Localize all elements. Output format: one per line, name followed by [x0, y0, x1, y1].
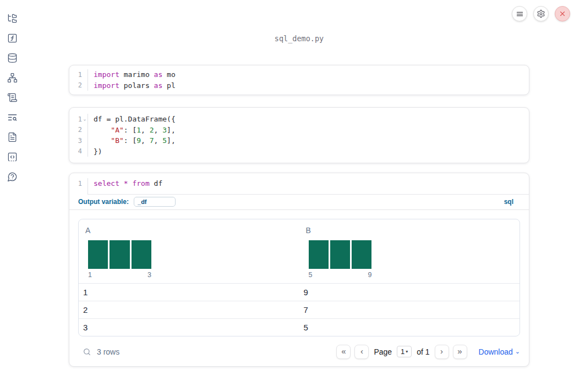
prev-page-button[interactable]: ‹ — [354, 345, 369, 359]
snippets-icon[interactable] — [6, 151, 19, 163]
hist-min-label: 5 — [309, 271, 313, 279]
last-page-icon: » — [457, 346, 462, 356]
search-icon[interactable] — [83, 347, 91, 356]
page-label: Page — [374, 347, 392, 356]
last-page-button[interactable]: » — [453, 345, 467, 359]
table-row[interactable]: 3 5 — [79, 318, 520, 336]
prev-page-icon: ‹ — [360, 346, 363, 356]
code-line: import marimo as mo — [94, 69, 529, 80]
line-number: 2 — [78, 126, 82, 134]
hist-max-label: 9 — [368, 271, 372, 279]
hist-min-label: 1 — [88, 271, 92, 279]
code-line: }) — [94, 146, 529, 157]
table-footer: 3 rows « ‹ Page 1 ▾ of 1 › » Download ⌄ — [78, 342, 520, 362]
output-variable-input[interactable] — [134, 197, 176, 207]
table-cell: 9 — [299, 284, 520, 301]
dependency-graph-icon[interactable] — [6, 71, 19, 84]
table-cell: 7 — [299, 301, 520, 318]
table-row[interactable]: 2 7 — [79, 301, 520, 318]
select-caret-icon: ▾ — [406, 349, 408, 354]
help-icon[interactable] — [6, 170, 19, 183]
histogram-column-a — [88, 240, 151, 269]
sql-editor-line[interactable]: select * from df — [88, 178, 529, 195]
code-line: "A": [1, 2, 3], — [94, 125, 529, 136]
next-page-icon: › — [440, 346, 443, 356]
helper-panel-sidebar — [0, 0, 24, 392]
code-cell-imports[interactable]: 1 2 import marimo as mo import polars as… — [69, 65, 529, 95]
documentation-icon[interactable] — [6, 131, 19, 143]
variables-icon[interactable] — [6, 32, 19, 45]
download-label: Download — [479, 347, 513, 356]
code-line: import polars as pl — [94, 80, 529, 91]
table-cell: 3 — [79, 319, 299, 336]
file-explorer-icon[interactable] — [6, 12, 19, 25]
line-number: 1 — [78, 180, 82, 187]
page-of-label: of 1 — [417, 347, 429, 356]
line-number-gutter: 1 — [69, 178, 88, 195]
table-header-row: A 1 3 B 5 9 — [79, 219, 520, 284]
line-number: 2 — [78, 81, 82, 89]
line-number: 1 — [78, 115, 82, 123]
code-line: df = pl.DataFrame({ — [94, 114, 529, 125]
settings-button[interactable] — [533, 6, 549, 21]
menu-button[interactable] — [512, 6, 527, 21]
table-cell: 2 — [79, 301, 299, 318]
close-x-icon — [559, 10, 566, 18]
column-name: B — [306, 226, 513, 235]
fold-chevron-icon[interactable]: ⌄ — [82, 117, 88, 122]
code-line: select * from df — [94, 178, 529, 189]
download-button[interactable]: Download ⌄ — [479, 347, 520, 356]
language-badge: sql — [504, 198, 513, 206]
line-number-gutter: 1 2 — [69, 69, 88, 91]
shutdown-button[interactable] — [555, 6, 570, 21]
page-select[interactable]: 1 ▾ — [397, 346, 412, 357]
table-row[interactable]: 1 9 — [79, 284, 520, 301]
dataframe-table: A 1 3 B 5 9 — [78, 219, 520, 336]
code-line: "B": [9, 7, 5], — [94, 135, 529, 146]
column-header-a[interactable]: A 1 3 — [79, 219, 299, 283]
line-number-gutter: 1⌄ 2 3 4 — [69, 114, 88, 157]
table-cell: 1 — [79, 284, 299, 301]
code-editor[interactable]: df = pl.DataFrame({ "A": [1, 2, 3], "B":… — [88, 114, 529, 157]
row-count: 3 rows — [97, 347, 119, 356]
hist-max-label: 3 — [147, 271, 151, 279]
column-name: A — [85, 226, 293, 235]
line-number: 3 — [78, 137, 82, 145]
table-cell: 5 — [299, 319, 520, 336]
notebook-content: sql_demo.py 1 2 import marimo as mo impo… — [69, 34, 529, 367]
notebook-controls — [512, 6, 570, 21]
notebook-filename: sql_demo.py — [69, 34, 529, 43]
histogram-column-b — [309, 240, 372, 269]
sql-cell[interactable]: 1 select * from df Output variable: sql … — [69, 173, 529, 367]
column-header-b[interactable]: B 5 9 — [299, 219, 520, 283]
first-page-button[interactable]: « — [336, 345, 351, 359]
first-page-icon: « — [341, 346, 346, 356]
line-number: 1 — [78, 71, 82, 79]
table-of-contents-icon[interactable] — [6, 111, 19, 124]
output-variable-label: Output variable: — [78, 198, 129, 206]
data-sources-icon[interactable] — [6, 52, 19, 64]
code-cell-dataframe[interactable]: 1⌄ 2 3 4 df = pl.DataFrame({ "A": [1, 2,… — [69, 107, 529, 163]
download-caret-icon: ⌄ — [515, 348, 520, 355]
code-editor[interactable]: import marimo as mo import polars as pl — [88, 69, 529, 91]
page-select-value: 1 — [401, 347, 404, 356]
logs-icon[interactable] — [6, 91, 19, 104]
next-page-button[interactable]: › — [435, 345, 449, 359]
cell-output: A 1 3 B 5 9 — [69, 210, 529, 366]
line-number: 4 — [78, 147, 82, 155]
sql-cell-toolbar: Output variable: sql — [69, 195, 529, 210]
